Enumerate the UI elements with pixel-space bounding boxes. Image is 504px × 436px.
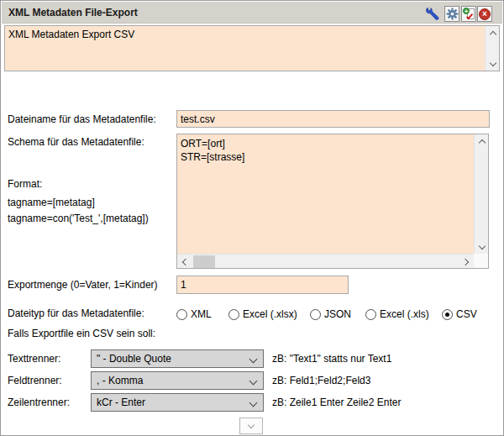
exportmenge-input[interactable] (176, 276, 349, 294)
chevron-down-icon (249, 377, 258, 386)
exportmenge-label: Exportmenge (0=Vater, 1=Kinder) (8, 279, 158, 291)
chevron-down-icon (248, 422, 255, 428)
zeilentrenner-label: Zeilentrenner: (8, 397, 70, 408)
dateityp-label: Dateityp für das Metadatenfile: (8, 307, 144, 319)
csv-section-heading: Falls Exportfile ein CSV sein soll: (8, 328, 155, 339)
scroll-down-icon[interactable] (486, 56, 500, 71)
plus-glyph: + (463, 8, 470, 14)
texttrenner-dropdown[interactable]: " - Double Quote (91, 349, 264, 368)
radio-label: CSV (456, 308, 477, 320)
dateiname-label: Dateiname für das Metadatenfile: (8, 113, 156, 125)
radio-excel-xls[interactable]: Excel (.xls) (365, 308, 429, 320)
info-textarea[interactable]: XML Metadaten Export CSV (4, 25, 500, 71)
titlebar: XML Metadaten File-Export + (2, 2, 502, 24)
xml-metadata-export-dialog: XML Metadaten File-Export + (0, 0, 504, 436)
radio-csv[interactable]: CSV (442, 308, 477, 320)
radio-circle-selected[interactable] (442, 309, 453, 320)
feldtrenner-dropdown[interactable]: , - Komma (91, 371, 264, 390)
scroll-up-icon[interactable] (486, 26, 500, 40)
gear-icon[interactable] (444, 6, 459, 22)
radio-label: JSON (324, 308, 351, 320)
texttrenner-hint: zB: "Text1" statts nur Text1 (272, 353, 391, 365)
schema-text: ORT=[ort] STR=[strasse] (181, 137, 244, 164)
schema-horizontal-scrollbar[interactable] (177, 254, 474, 268)
close-icon[interactable]: × (477, 6, 492, 22)
format-example-1: tagname=[metatag] (8, 197, 95, 208)
scroll-right-icon[interactable] (459, 255, 474, 269)
close-x-glyph: × (479, 8, 491, 20)
expand-more-button[interactable] (239, 418, 263, 434)
texttrenner-label: Texttrenner: (8, 353, 60, 365)
radio-label: XML (191, 308, 212, 320)
scroll-up-icon[interactable] (475, 134, 489, 149)
radio-label: Excel (.xls) (380, 308, 429, 320)
radio-label: Excel (.xlsx) (243, 308, 297, 320)
chevron-down-icon (249, 399, 258, 407)
format-example-2: tagname=con('Test_',[metatag]) (8, 213, 149, 224)
zeilentrenner-hint: zB: Zeile1 Enter Zeile2 Enter (272, 397, 401, 408)
radio-json[interactable]: JSON (310, 308, 351, 320)
scroll-down-icon[interactable] (475, 239, 489, 254)
export-check-icon[interactable]: + (461, 6, 476, 22)
scroll-left-icon[interactable] (177, 255, 192, 269)
radio-circle[interactable] (228, 309, 239, 320)
schema-textarea[interactable]: ORT=[ort] STR=[strasse] (176, 134, 489, 269)
info-text: XML Metadaten Export CSV (8, 29, 480, 40)
zeilentrenner-value: kCr - Enter (97, 394, 145, 411)
radio-circle[interactable] (310, 309, 321, 320)
feldtrenner-value: , - Komma (97, 372, 143, 389)
format-heading: Format: (8, 178, 42, 190)
schema-label: Schema für das Metadatenfile: (8, 136, 144, 148)
feldtrenner-hint: zB: Feld1;Feld2;Feld3 (272, 375, 370, 386)
zeilentrenner-dropdown[interactable]: kCr - Enter (91, 393, 264, 412)
radio-circle[interactable] (176, 309, 187, 320)
schema-vertical-scrollbar[interactable] (474, 134, 488, 254)
texttrenner-value: " - Double Quote (97, 350, 171, 367)
scrollbar-thumb[interactable] (193, 255, 215, 268)
scrollbar-corner (474, 254, 488, 268)
radio-excel-xlsx[interactable]: Excel (.xlsx) (228, 308, 297, 320)
radio-xml[interactable]: XML (176, 308, 212, 320)
dateiname-input[interactable] (176, 110, 490, 128)
dialog-title: XML Metadaten File-Export (8, 2, 138, 24)
chevron-down-icon (249, 355, 258, 364)
feldtrenner-label: Feldtrenner: (8, 375, 62, 386)
info-vertical-scrollbar[interactable] (485, 26, 499, 71)
wrench-icon[interactable] (425, 7, 440, 23)
radio-circle[interactable] (365, 309, 376, 320)
